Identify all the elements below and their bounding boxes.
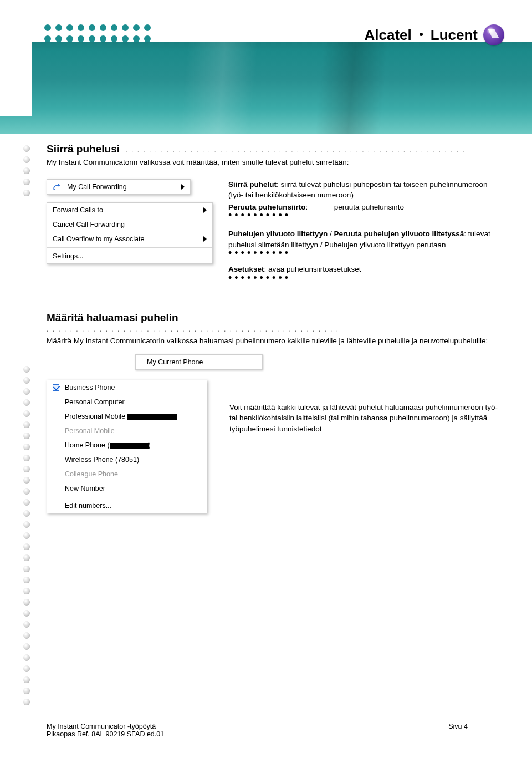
dots-separator: • • • • • • • • • • xyxy=(228,212,501,218)
phone-item-colleague[interactable]: Colleague Phone xyxy=(47,467,207,481)
section-desired-phone: Määritä haluamasi puhelin . . . . . . . … xyxy=(47,312,501,513)
menu-label: My Call Forwarding xyxy=(67,183,176,191)
phone-item-new-number[interactable]: New Number xyxy=(47,481,207,496)
chevron-right-icon xyxy=(203,207,207,213)
section-title-forward: Siirrä puhelusi xyxy=(47,143,120,155)
side-bullets-2 xyxy=(23,366,30,705)
desc-forward: Siirrä puhelut: siirrä tulevat puhelusi … xyxy=(228,179,501,201)
check-icon xyxy=(53,384,59,391)
brand-name-2: Lucent xyxy=(431,27,478,44)
phone-item-edit-numbers[interactable]: Edit numbers... xyxy=(47,498,207,513)
section-forward-calls: Siirrä puhelusi . . . . . . . . . . . . … xyxy=(47,143,501,281)
side-bullets-1 xyxy=(23,145,30,196)
menu-my-current-phone[interactable]: My Current Phone xyxy=(135,354,263,370)
menu-my-call-forwarding[interactable]: My Call Forwarding xyxy=(47,179,191,195)
footer-rule xyxy=(47,719,468,719)
brand-logo: Alcatel Lucent xyxy=(365,24,505,45)
phone-item-prof-mobile[interactable]: Professional Mobile xyxy=(47,409,207,424)
phone-description: Voit määrittää kaikki tulevat ja lähtevä… xyxy=(229,402,501,435)
footer-page: Sivu 4 xyxy=(448,723,468,730)
forward-menus: My Call Forwarding Forward Calls to Canc… xyxy=(47,179,213,264)
brand-emblem-icon xyxy=(483,24,504,45)
section-intro-phone: Määritä My Instant Communicatorin valiko… xyxy=(47,335,501,347)
brand-name-1: Alcatel xyxy=(365,27,412,44)
section-title-phone: Määritä haluamasi puhelin xyxy=(47,312,178,323)
chevron-right-icon xyxy=(181,184,185,190)
dots-separator: • • • • • • • • • • xyxy=(228,250,501,256)
chevron-right-icon xyxy=(203,236,207,242)
phone-item-personal-mobile[interactable]: Personal Mobile xyxy=(47,424,207,438)
forward-descriptions: Siirrä puhelut: siirrä tulevat puhelusi … xyxy=(228,179,501,281)
menu-item-overflow[interactable]: Call Overflow to my Associate xyxy=(47,232,212,246)
decorative-dot-grid xyxy=(44,24,151,42)
dots-separator: • • • • • • • • • • xyxy=(228,275,501,281)
phone-item-wireless[interactable]: Wireless Phone (78051) xyxy=(47,452,207,467)
phone-item-business[interactable]: Business Phone xyxy=(47,380,207,395)
title-dots: . . . . . . . . . . . . . . . . . . . . … xyxy=(125,146,465,154)
forward-icon xyxy=(53,184,62,190)
section-intro-forward: My Instant Communicatorin valikossa voit… xyxy=(47,157,501,168)
phone-item-home[interactable]: Home Phone () xyxy=(47,438,207,452)
menu-item-forward-to[interactable]: Forward Calls to xyxy=(47,203,212,217)
page-content: Siirrä puhelusi . . . . . . . . . . . . … xyxy=(47,143,501,513)
title-dots: . . . . . . . . . . . . . . . . . . . . … xyxy=(47,325,339,333)
menu-item-cancel-forward[interactable]: Cancel Call Forwarding xyxy=(47,217,212,232)
menu-separator xyxy=(47,247,212,248)
page-footer: My Instant Communicator -työpöytä Sivu 4… xyxy=(47,719,501,738)
footer-ref: Pikaopas Ref. 8AL 90219 SFAD ed.01 xyxy=(47,730,501,738)
menu-item-settings[interactable]: Settings... xyxy=(47,249,212,263)
banner-left-white xyxy=(0,0,32,116)
brand-separator-dot xyxy=(420,33,423,36)
phone-item-pc[interactable]: Personal Computer xyxy=(47,395,207,409)
menu-phone-list: Business Phone Personal Computer Profess… xyxy=(47,380,207,513)
menu-forward-options: Forward Calls to Cancel Call Forwarding … xyxy=(47,202,213,264)
redacted-number xyxy=(110,443,149,449)
footer-title: My Instant Communicator -työpöytä xyxy=(47,723,156,730)
menu-separator xyxy=(47,497,207,497)
redacted-number xyxy=(127,414,177,420)
